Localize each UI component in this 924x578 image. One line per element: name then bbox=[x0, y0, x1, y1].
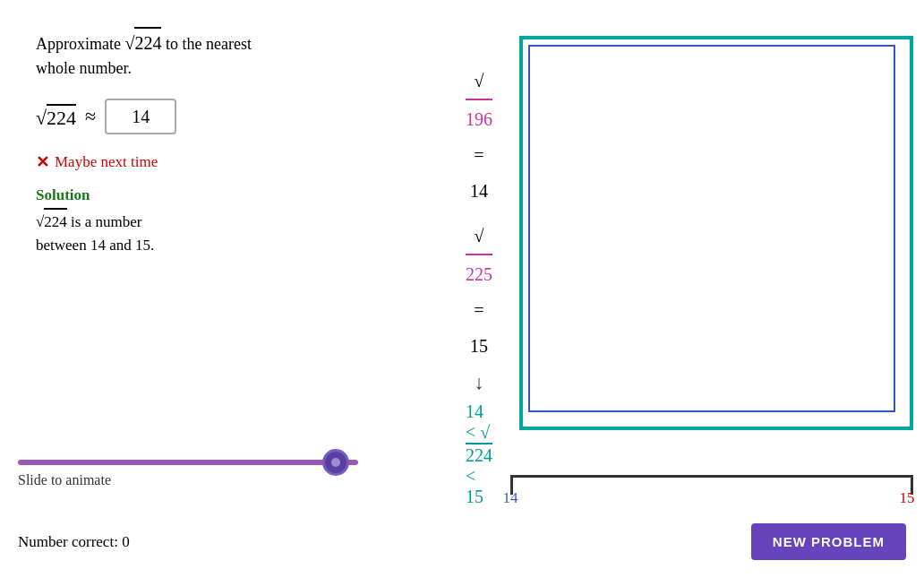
sqrt-expression: √224 bbox=[36, 104, 76, 130]
sqrt-196: 196 bbox=[466, 99, 492, 137]
middle-panel: √196 = 14 √225 = 15 ↓ 14 < √224 < 15 bbox=[466, 18, 492, 560]
input-row: √224 ≈ bbox=[36, 99, 448, 134]
slider-thumb[interactable] bbox=[322, 449, 349, 476]
bottom-bar: Number correct: 0 NEW PROBLEM bbox=[18, 523, 906, 560]
problem-text: Approximate √224 to the nearest whole nu… bbox=[36, 27, 448, 81]
number-correct-label: Number correct: bbox=[18, 533, 118, 550]
x-icon: ✕ bbox=[36, 152, 49, 172]
slider-track bbox=[18, 460, 358, 465]
ineq-right: < 15 bbox=[466, 466, 483, 506]
new-problem-button[interactable]: NEW PROBLEM bbox=[751, 523, 906, 560]
sqrt-224-text: √224 bbox=[36, 213, 71, 230]
inner-rect bbox=[528, 45, 895, 412]
sqrt-symbol: √224 bbox=[124, 33, 161, 53]
solution-text2: between 14 and 15. bbox=[36, 237, 154, 254]
instruction-text: Approximate bbox=[36, 35, 124, 53]
graph-container bbox=[510, 27, 913, 457]
equals1: = 14 bbox=[470, 145, 488, 201]
label-14: 14 bbox=[503, 489, 518, 507]
instruction-text3: whole number. bbox=[36, 59, 132, 77]
slider-thumb-inner bbox=[331, 458, 340, 467]
solution-body: √224 is a number between 14 and 15. bbox=[36, 208, 448, 256]
equals2: = 15 bbox=[470, 300, 488, 356]
approx-symbol: ≈ bbox=[85, 105, 96, 128]
right-panel: 14 15 bbox=[492, 18, 913, 560]
slide-label: Slide to animate bbox=[18, 472, 376, 488]
number-correct: Number correct: 0 bbox=[18, 533, 130, 551]
solution-text1: is a number bbox=[71, 213, 141, 230]
solution-section: Solution √224 is a number between 14 and… bbox=[36, 186, 448, 256]
label-15: 15 bbox=[900, 489, 915, 507]
answer-input[interactable] bbox=[105, 99, 176, 134]
number-correct-num: 0 bbox=[122, 533, 130, 550]
feedback-message: ✕ Maybe next time bbox=[36, 152, 448, 172]
slider-section: Slide to animate bbox=[18, 460, 376, 488]
radicand: 224 bbox=[134, 27, 161, 56]
number-line-section: 14 15 bbox=[510, 466, 913, 511]
solution-label: Solution bbox=[36, 186, 448, 204]
feedback-text: Maybe next time bbox=[55, 153, 158, 171]
sqrt-225: 225 bbox=[466, 254, 492, 292]
number-line bbox=[510, 475, 913, 478]
step1-line: √196 = 14 bbox=[466, 63, 492, 209]
inequality-line: 14 < √224 < 15 bbox=[466, 401, 492, 507]
instruction-text2: to the nearest bbox=[166, 35, 252, 53]
step2-line: √225 = 15 bbox=[466, 218, 492, 364]
arrow-down-icon: ↓ bbox=[475, 373, 484, 393]
